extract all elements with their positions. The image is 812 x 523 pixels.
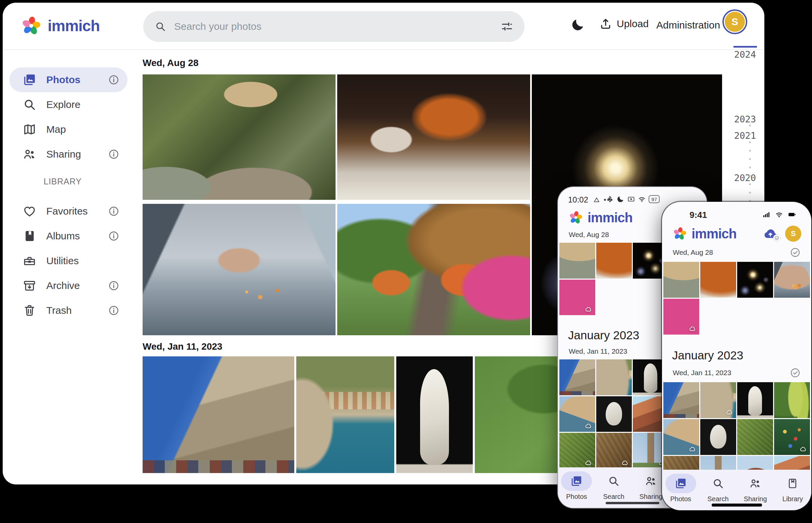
album-icon	[23, 229, 36, 243]
info-icon[interactable]	[108, 205, 119, 217]
sim-missing-icon	[627, 195, 635, 203]
cloud-sync-icon	[688, 446, 697, 453]
photo-zoo[interactable]	[559, 243, 595, 278]
user-avatar[interactable]: S	[722, 10, 747, 34]
photo-dinner[interactable]	[337, 74, 530, 200]
home-indicator[interactable]	[606, 502, 659, 504]
photo-castle[interactable]	[143, 356, 294, 473]
sidebar-item-map[interactable]: Map	[10, 117, 127, 142]
scrubber-year-2024[interactable]: 2024	[734, 49, 756, 60]
photo-castle[interactable]	[559, 359, 595, 395]
administration-link[interactable]: Administration	[656, 19, 720, 31]
photo-bust[interactable]	[396, 356, 473, 473]
data-saver-icon	[593, 196, 600, 203]
immich-flower-icon	[568, 210, 584, 225]
sidebar-item-label: Albums	[46, 230, 80, 242]
nav-tab-library[interactable]: Library	[776, 474, 809, 503]
cloud-sync-icon	[688, 325, 697, 332]
nav-tab-search[interactable]: Search	[598, 471, 630, 501]
status-time: 9:41	[672, 210, 707, 220]
cellular-signal-icon	[762, 211, 771, 219]
sidebar-item-label: Utilities	[46, 255, 79, 267]
photo-coastal[interactable]	[296, 356, 394, 473]
sidebar-item-explore[interactable]: Explore	[10, 92, 127, 117]
nav-tab-label: Photos	[670, 495, 691, 503]
photo-autumn[interactable]	[337, 204, 530, 335]
sidebar-item-trash[interactable]: Trash	[10, 298, 127, 323]
info-icon[interactable]	[108, 280, 119, 291]
sidebar-item-label: Sharing	[46, 148, 81, 160]
nav-tab-photos[interactable]: Photos	[560, 471, 592, 501]
immich-flower-icon	[20, 15, 42, 37]
sidebar-item-photos[interactable]: Photos	[10, 67, 127, 92]
home-indicator[interactable]	[712, 504, 762, 507]
date-group-header: Wed, Aug 28	[143, 58, 198, 68]
photo-xmas[interactable]	[774, 419, 810, 455]
app-header: immich Upload Administration S	[3, 3, 764, 50]
heart-icon	[23, 204, 36, 218]
sidebar-item-sharing[interactable]: Sharing	[10, 142, 127, 167]
photo-rock[interactable]	[596, 396, 632, 432]
select-day-check-icon[interactable]	[790, 247, 800, 258]
search-icon	[712, 477, 724, 489]
backup-cloud-button[interactable]	[762, 226, 779, 241]
scrubber-year-2021[interactable]: 2021	[734, 130, 756, 141]
photo-coastal[interactable]	[596, 359, 632, 395]
nav-tab-sharing[interactable]: Sharing	[739, 474, 772, 503]
photo-castle[interactable]	[663, 382, 699, 418]
photo-lizard2[interactable]	[596, 433, 632, 469]
scrubber-position-indicator[interactable]	[733, 46, 757, 48]
cloud-sync-icon	[584, 422, 593, 430]
photo-hands[interactable]	[143, 204, 335, 335]
info-icon[interactable]	[108, 230, 119, 242]
nav-tab-search[interactable]: Search	[702, 474, 734, 503]
status-icons	[762, 211, 797, 219]
photo-lizard[interactable]	[737, 419, 773, 455]
immich-logo[interactable]: immich	[20, 15, 100, 37]
photo-autumn[interactable]	[559, 279, 595, 315]
search-bar[interactable]	[143, 11, 524, 42]
logo-text: immich	[692, 226, 737, 241]
upload-button[interactable]: Upload	[599, 17, 649, 30]
photo-rock[interactable]	[700, 419, 736, 455]
photo-autumn[interactable]	[663, 299, 699, 335]
photo-zoo[interactable]	[663, 262, 699, 298]
sidebar-item-albums[interactable]: Albums	[10, 223, 127, 249]
search-filters-icon[interactable]	[501, 20, 513, 33]
scrubber-year-2023[interactable]: 2023	[734, 114, 756, 124]
sharing-people-icon	[645, 475, 657, 487]
user-avatar[interactable]: S	[785, 226, 801, 242]
phone-immich-logo: immich S	[672, 226, 801, 242]
scrubber-year-2020[interactable]: 2020	[734, 173, 756, 183]
photo-hands[interactable]	[774, 262, 810, 298]
photo-bust[interactable]	[737, 382, 773, 418]
wifi-icon	[638, 195, 646, 203]
search-input[interactable]	[174, 21, 493, 32]
photo-beach[interactable]	[663, 419, 699, 455]
sidebar-item-utilities[interactable]: Utilities	[10, 249, 127, 273]
photo-zoo[interactable]	[143, 74, 335, 200]
sidebar-item-archive[interactable]: Archive	[10, 273, 127, 298]
month-header: January 2023	[672, 349, 801, 362]
theme-toggle-button[interactable]	[570, 17, 588, 35]
photo-fireworks[interactable]	[737, 262, 773, 298]
photo-coastal[interactable]	[700, 382, 736, 418]
phone-date-row: Wed, Aug 28	[673, 247, 800, 258]
photo-dinner[interactable]	[700, 262, 736, 298]
select-day-check-icon[interactable]	[790, 367, 800, 378]
sidebar-item-favorites[interactable]: Favorites	[10, 199, 127, 223]
photo-lizard[interactable]	[559, 433, 595, 469]
info-icon[interactable]	[108, 148, 119, 160]
photo-plant[interactable]	[774, 382, 810, 418]
sidebar: Photos Explore Map Sharing LIBRARY Favor…	[3, 50, 137, 484]
scrubber-tick-dots[interactable]	[748, 121, 751, 202]
nav-tab-photos[interactable]: Photos	[665, 474, 697, 503]
cloud-sync-icon	[584, 459, 593, 467]
photo-dinner[interactable]	[596, 243, 632, 278]
info-icon[interactable]	[108, 305, 119, 316]
sharing-people-icon	[23, 147, 36, 161]
phone-photo-grid-aug	[663, 262, 810, 335]
search-icon	[608, 475, 620, 487]
photo-beach[interactable]	[559, 396, 595, 432]
info-icon[interactable]	[108, 74, 119, 86]
